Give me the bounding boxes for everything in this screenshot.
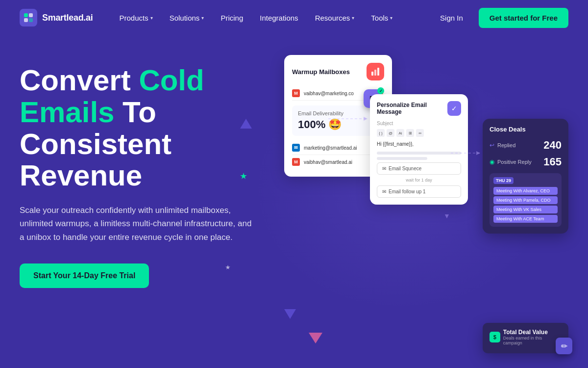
deliverability-label: Email Deliverability <box>298 110 378 116</box>
hero-section: Convert Cold Emails To Consistent Revenu… <box>0 35 588 368</box>
calendar-date: THU 29 <box>493 177 514 184</box>
reply-icon: ↩ <box>490 142 494 149</box>
positive-icon: ◉ <box>490 158 494 165</box>
logo-icon <box>20 9 37 26</box>
meeting-4: Meeting With ACE Team <box>493 215 558 223</box>
meeting-1: Meeting With Alvarez, CEO <box>493 187 558 195</box>
subject-label: Subject <box>377 121 461 126</box>
bold-icon: { } <box>377 129 385 137</box>
email-check-icon: ✓ <box>447 101 461 116</box>
svg-rect-3 <box>29 18 33 22</box>
total-deal-subtitle: Deals earned in this campaign <box>503 336 562 345</box>
get-started-button[interactable]: Get started for Free <box>479 8 568 28</box>
nav-links: Products ▾ Solutions ▾ Pricing Integrati… <box>112 10 432 26</box>
tools-chevron-icon: ▾ <box>390 15 392 21</box>
outlook-icon: ✉ <box>292 144 300 152</box>
trial-button[interactable]: Start Your 14-Day Free Trial <box>20 263 149 288</box>
svg-rect-6 <box>377 68 379 76</box>
svg-rect-0 <box>24 13 28 17</box>
email-sequence-btn[interactable]: ✉ Email Squnece <box>377 162 461 175</box>
hero-title: Convert Cold Emails To Consistent Revenu… <box>20 65 274 192</box>
hero-left: Convert Cold Emails To Consistent Revenu… <box>20 55 274 288</box>
deals-replied-value: 240 <box>543 139 562 152</box>
nav-integrations[interactable]: Integrations <box>253 10 305 26</box>
hero-right: Warmup Mailboxes M vaibhav@marketing.co … <box>274 55 568 368</box>
gmail-icon: M <box>292 89 300 97</box>
sign-in-button[interactable]: Sign In <box>432 10 471 26</box>
email-body-line-1 <box>377 152 461 155</box>
personalize-card: Personalize Email Message ✓ Subject { } … <box>370 94 468 205</box>
gmail-icon-2: M <box>292 158 300 166</box>
warmup-card-title: Warmup Mailboxes <box>292 68 350 76</box>
svg-rect-4 <box>371 72 373 76</box>
warmup-chart-icon <box>367 63 384 80</box>
deals-title: Close Deals <box>490 126 562 133</box>
ai-icon: Ai <box>396 129 404 137</box>
meeting-3: Meeting With VK Sales <box>493 206 558 213</box>
envelope-icon: ✉ <box>382 166 386 171</box>
link-icon: ∞ <box>416 129 424 137</box>
email-body-line-2 <box>377 157 427 160</box>
at-icon: @ <box>387 129 394 137</box>
personalize-title: Personalize Email Message <box>377 102 447 115</box>
calendar-header: THU 29 <box>493 177 558 184</box>
svg-rect-1 <box>29 13 33 17</box>
deals-positive-row: ◉ Positive Reply 165 <box>490 156 562 168</box>
deco-triangle-1 <box>240 119 252 129</box>
deals-replied-row: ↩ Replied 240 <box>490 139 562 152</box>
deals-positive-value: 165 <box>543 156 562 168</box>
wait-label: wait for 1 day <box>377 178 461 183</box>
svg-rect-5 <box>374 70 376 76</box>
hero-subtitle: Scale your outreach confidently with unl… <box>20 204 255 244</box>
deals-replied-label: ↩ Replied <box>490 142 515 149</box>
deals-card: Close Deals ↩ Replied 240 ◉ Positive Rep… <box>483 119 568 234</box>
products-chevron-icon: ▾ <box>150 15 153 21</box>
meeting-2: Meeting With Pamela, CDO <box>493 196 558 204</box>
email-greeting: Hi {{first_name}}, <box>377 141 461 148</box>
arrow-down-2: ▼ <box>443 212 450 220</box>
svg-marker-10 <box>476 151 480 155</box>
personalize-header: Personalize Email Message ✓ <box>377 101 461 116</box>
brand-name: Smartlead.ai <box>42 13 93 23</box>
deal-dollar-icon: $ <box>490 332 500 342</box>
envelope-icon-2: ✉ <box>382 189 386 194</box>
nav-pricing[interactable]: Pricing <box>214 10 250 26</box>
solutions-chevron-icon: ▾ <box>201 15 204 21</box>
nav-tools[interactable]: Tools ▾ <box>364 10 399 26</box>
nav-resources[interactable]: Resources ▾ <box>308 10 362 26</box>
verify-check-badge: ✓ <box>377 87 384 94</box>
nav-solutions[interactable]: Solutions ▾ <box>163 10 211 26</box>
navbar: Smartlead.ai Products ▾ Solutions ▾ Pric… <box>0 0 588 35</box>
warmup-card-header: Warmup Mailboxes <box>292 63 384 80</box>
edit-icon: ✏ <box>556 338 572 354</box>
resources-chevron-icon: ▾ <box>352 15 354 21</box>
editor-toolbar: { } @ Ai ⊞ ∞ <box>377 129 461 137</box>
nav-products[interactable]: Products ▾ <box>112 10 159 26</box>
total-deal-title: Total Deal Value <box>503 329 562 336</box>
calendar-mini: THU 29 Meeting With Alvarez, CEO Meeting… <box>490 173 562 227</box>
image-icon: ⊞ <box>406 129 414 137</box>
followup-btn[interactable]: ✉ Email follow up 1 <box>377 185 461 198</box>
svg-rect-2 <box>24 18 28 22</box>
total-deal-header: $ Total Deal Value Deals earned in this … <box>490 329 562 345</box>
nav-right: Sign In Get started for Free <box>432 8 568 28</box>
logo[interactable]: Smartlead.ai <box>20 9 93 26</box>
deals-positive-label: ◉ Positive Reply <box>490 158 532 165</box>
